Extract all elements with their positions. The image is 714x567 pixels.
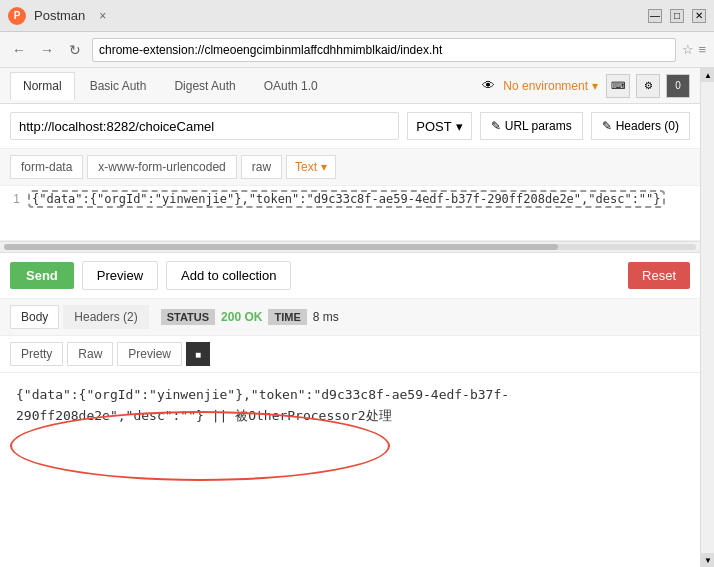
env-selector[interactable]: No environment ▾ [503, 79, 598, 93]
tab-headers[interactable]: Headers (2) [63, 305, 148, 329]
headers-btn[interactable]: ✎ Headers (0) [591, 112, 690, 140]
highlighted-content: {"data":{"orgId":"yinwenjie"},"token":"d… [28, 190, 665, 208]
url-bar: POST ▾ ✎ URL params ✎ Headers (0) [0, 104, 700, 149]
format-tab-raw[interactable]: Raw [67, 342, 113, 366]
url-input[interactable] [10, 112, 399, 140]
counter-icon: 0 [666, 74, 690, 98]
request-editor[interactable]: 1 {"data":{"orgId":"yinwenjie"},"token":… [0, 186, 700, 241]
time-value: 8 ms [313, 310, 339, 324]
text-dropdown[interactable]: Text ▾ [286, 155, 336, 179]
method-select[interactable]: POST ▾ [407, 112, 471, 140]
tab-raw[interactable]: raw [241, 155, 282, 179]
url-params-btn[interactable]: ✎ URL params [480, 112, 583, 140]
request-body-content: {"data":{"orgId":"yinwenjie"},"token":"d… [28, 188, 665, 210]
forward-btn[interactable]: → [36, 39, 58, 61]
status-label: STATUS [161, 309, 215, 325]
keyboard-icon[interactable]: ⌨ [606, 74, 630, 98]
response-section: Body Headers (2) STATUS 200 OK TIME 8 ms… [0, 299, 700, 567]
scroll-thumb[interactable] [4, 244, 558, 250]
edit-icon: ✎ [491, 119, 501, 133]
response-text: {"data":{"orgId":"yinwenjie"},"token":"d… [16, 385, 684, 427]
main-content: Normal Basic Auth Digest Auth OAuth 1.0 … [0, 68, 700, 567]
status-value: 200 OK [221, 310, 262, 324]
editor-row-1: 1 {"data":{"orgId":"yinwenjie"},"token":… [0, 186, 700, 212]
tab-digest-auth[interactable]: Digest Auth [161, 72, 248, 100]
scroll-area[interactable] [701, 82, 714, 553]
tab-normal[interactable]: Normal [10, 72, 75, 100]
response-line-2: 290ff208de2e","desc":""} || 被OtherProces… [16, 406, 684, 427]
refresh-btn[interactable]: ↻ [64, 39, 86, 61]
horizontal-scrollbar[interactable] [0, 241, 700, 253]
auth-tabs-row: Normal Basic Auth Digest Auth OAuth 1.0 … [0, 68, 700, 104]
gear-icon[interactable]: ⚙ [636, 74, 660, 98]
eye-icon: 👁 [482, 78, 495, 93]
response-line-1: {"data":{"orgId":"yinwenjie"},"token":"d… [16, 385, 684, 406]
format-icon[interactable]: ■ [186, 342, 210, 366]
tab-area: P Postman × [8, 7, 106, 25]
status-badge: STATUS 200 OK TIME 8 ms [161, 309, 339, 325]
tab-basic-auth[interactable]: Basic Auth [77, 72, 160, 100]
format-tab-pretty[interactable]: Pretty [10, 342, 63, 366]
star-icon[interactable]: ☆ [682, 42, 694, 57]
send-button[interactable]: Send [10, 262, 74, 289]
add-to-collection-button[interactable]: Add to collection [166, 261, 291, 290]
response-format-tabs: Pretty Raw Preview ■ [0, 336, 700, 373]
tab-form-data[interactable]: form-data [10, 155, 83, 179]
postman-body: Normal Basic Auth Digest Auth OAuth 1.0 … [0, 68, 714, 567]
tab-urlencoded[interactable]: x-www-form-urlencoded [87, 155, 236, 179]
address-input[interactable] [92, 38, 676, 62]
tab-body[interactable]: Body [10, 305, 59, 329]
scroll-track[interactable] [4, 244, 696, 250]
scroll-down-arrow[interactable]: ▼ [701, 553, 714, 567]
tab-title: Postman [34, 8, 85, 23]
time-label: TIME [268, 309, 306, 325]
app-icon: P [8, 7, 26, 25]
title-bar: P Postman × — □ ✕ [0, 0, 714, 32]
minimize-btn[interactable]: — [648, 9, 662, 23]
response-body: {"data":{"orgId":"yinwenjie"},"token":"d… [0, 373, 700, 567]
reset-button[interactable]: Reset [628, 262, 690, 289]
line-number: 1 [0, 188, 28, 210]
address-bar: ← → ↻ ☆ ≡ [0, 32, 714, 68]
action-buttons: Send Preview Add to collection Reset [0, 253, 700, 299]
edit-icon-2: ✎ [602, 119, 612, 133]
format-tab-preview[interactable]: Preview [117, 342, 182, 366]
toolbar-icons: ⌨ ⚙ 0 [606, 74, 690, 98]
right-scrollbar[interactable]: ▲ ▼ [700, 68, 714, 567]
preview-button[interactable]: Preview [82, 261, 158, 290]
maximize-btn[interactable]: □ [670, 9, 684, 23]
auth-tab-right: 👁 No environment ▾ ⌨ ⚙ 0 [482, 74, 690, 98]
back-btn[interactable]: ← [8, 39, 30, 61]
body-type-tabs: form-data x-www-form-urlencoded raw Text… [0, 149, 700, 186]
window-controls: — □ ✕ [648, 9, 706, 23]
response-tabs: Body Headers (2) STATUS 200 OK TIME 8 ms [0, 299, 700, 336]
menu-icon[interactable]: ≡ [698, 42, 706, 57]
tab-close-btn[interactable]: × [99, 9, 106, 23]
address-icons: ☆ ≡ [682, 42, 706, 57]
scroll-up-arrow[interactable]: ▲ [701, 68, 714, 82]
close-btn[interactable]: ✕ [692, 9, 706, 23]
tab-oauth[interactable]: OAuth 1.0 [251, 72, 331, 100]
